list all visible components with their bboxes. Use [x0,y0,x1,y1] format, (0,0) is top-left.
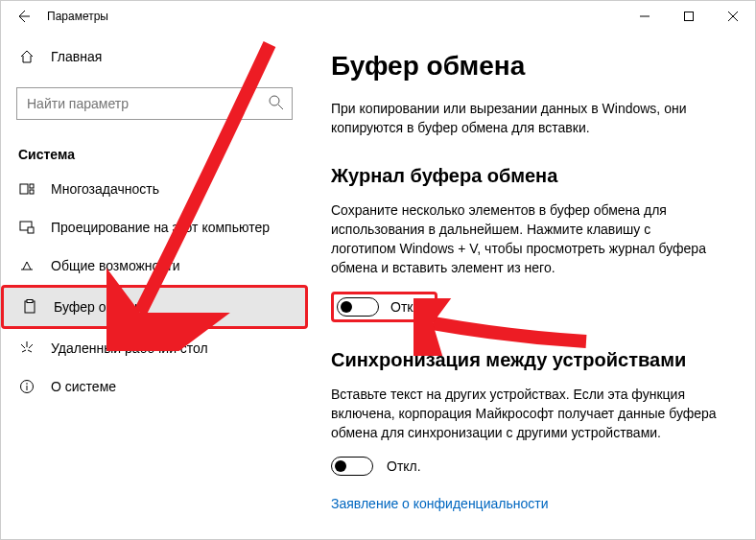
sidebar-item-label: О системе [51,379,116,394]
sidebar-item-projecting[interactable]: Проецирование на этот компьютер [1,208,308,247]
svg-point-4 [270,96,279,106]
projecting-icon [18,220,35,235]
search-input[interactable] [16,87,293,120]
sidebar-item-label: Общие возможности [51,258,180,273]
shared-icon [18,258,35,273]
history-toggle[interactable] [337,297,379,317]
history-desc: Сохраните несколько элементов в буфер об… [331,200,717,278]
sidebar-item-label: Буфер обмена [54,299,145,315]
sidebar-item-remote-desktop[interactable]: Удаленный рабочий стол [1,329,308,367]
sync-heading: Синхронизация между устройствами [331,349,717,371]
history-heading: Журнал буфера обмена [331,165,717,187]
minimize-button[interactable] [623,1,667,32]
app-title: Параметры [47,10,108,23]
page-title: Буфер обмена [331,51,717,82]
sidebar-item-label: Проецирование на этот компьютер [51,220,270,235]
sidebar-item-label: Удаленный рабочий стол [51,340,208,356]
svg-rect-1 [685,12,694,21]
svg-line-17 [22,350,26,352]
content-area: Буфер обмена При копировании или вырезан… [308,32,755,539]
svg-rect-13 [27,300,33,303]
window-controls [623,1,755,32]
svg-rect-8 [30,190,34,194]
sync-toggle-row: Откл. [331,457,717,476]
maximize-button[interactable] [667,1,711,32]
svg-line-18 [28,350,32,352]
maximize-icon [684,12,694,21]
home-label: Главная [51,49,102,64]
multitasking-icon [18,181,35,197]
sidebar-item-clipboard[interactable]: Буфер обмена [1,285,308,329]
svg-line-5 [278,105,283,109]
remote-desktop-icon [18,340,35,356]
sidebar-item-multitasking[interactable]: Многозадачность [1,170,308,208]
home-icon [18,49,35,64]
intro-text: При копировании или вырезании данных в W… [331,99,717,138]
privacy-link[interactable]: Заявление о конфиденциальности [331,496,548,511]
sync-desc: Вставьте текст на других устройствах. Ес… [331,385,717,443]
sync-toggle[interactable] [331,457,373,476]
back-button[interactable] [9,2,37,31]
sidebar-item-shared[interactable]: Общие возможности [1,247,308,285]
close-icon [728,12,738,21]
info-icon [18,379,35,394]
search-box [16,87,293,120]
sidebar-item-label: Многозадачность [51,181,159,197]
sync-toggle-label: Откл. [387,458,421,474]
history-toggle-highlight: Откл. [331,292,437,322]
minimize-icon [640,12,650,21]
search-icon [268,94,285,115]
svg-point-20 [26,383,28,385]
clipboard-icon [21,299,38,315]
svg-rect-10 [28,227,34,233]
sidebar-group-title: Система [1,126,308,170]
close-button[interactable] [711,1,755,32]
svg-line-16 [29,344,33,348]
svg-rect-6 [20,184,28,194]
svg-rect-7 [30,184,34,188]
home-nav[interactable]: Главная [1,41,308,72]
history-toggle-label: Откл. [390,299,425,315]
sidebar-item-about[interactable]: О системе [1,367,308,406]
arrow-left-icon [15,9,31,24]
sidebar: Главная Система Многозадачность Проециро… [1,32,308,539]
svg-line-15 [21,344,25,348]
titlebar: Параметры [1,1,755,32]
